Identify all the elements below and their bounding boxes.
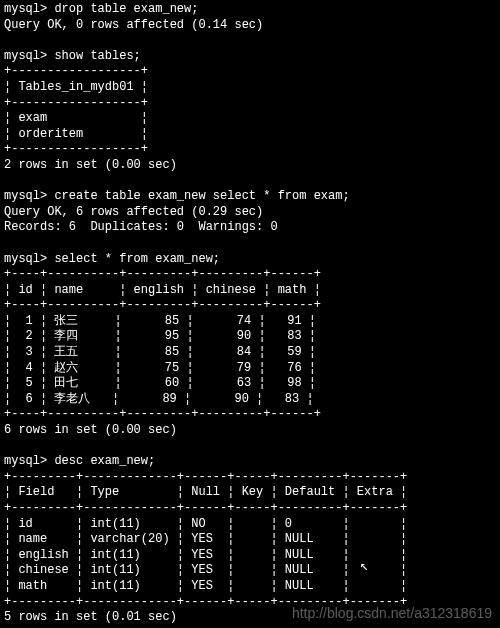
terminal-output: mysql> drop table exam_new; Query OK, 0 … — [0, 0, 500, 628]
